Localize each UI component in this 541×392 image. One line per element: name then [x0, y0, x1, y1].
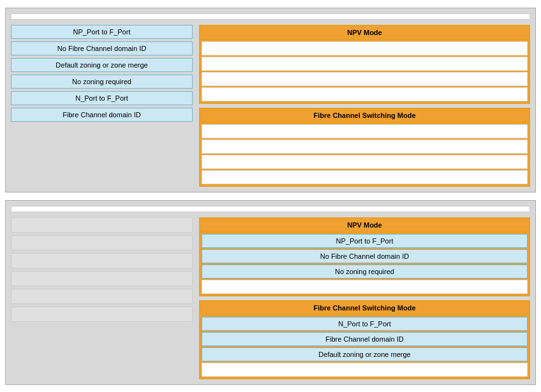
select-and-place-section: NP_Port to F_PortNo Fibre Channel domain…: [5, 8, 536, 192]
correct-drag-item-4: [11, 289, 193, 304]
drop-slot-0-1[interactable]: [202, 57, 528, 71]
correct-drop-slot-0-1[interactable]: No Fibre Channel domain ID: [202, 249, 528, 263]
correct-drop-slot-1-3[interactable]: [202, 363, 528, 377]
left-items-correct: [11, 217, 193, 379]
left-items-select: NP_Port to F_PortNo Fibre Channel domain…: [11, 25, 193, 187]
drag-drop-area: NP_Port to F_PortNo Fibre Channel domain…: [11, 25, 530, 187]
right-panels-select: NPV ModeFibre Channel Switching Mode: [199, 25, 530, 187]
drag-item-5[interactable]: Fibre Channel domain ID: [11, 108, 193, 122]
correct-drag-item-2: [11, 253, 193, 268]
right-panels-correct: NPV ModeNP_Port to F_PortNo Fibre Channe…: [199, 217, 530, 379]
correct-drag-item-1: [11, 235, 193, 250]
drop-slot-0-3[interactable]: [202, 87, 528, 101]
drop-slot-1-2[interactable]: [202, 155, 528, 169]
drop-slot-0-2[interactable]: [202, 72, 528, 86]
correct-drop-slot-0-2[interactable]: No zoning required: [202, 265, 528, 279]
drop-category-1: Fibre Channel Switching Mode: [199, 108, 530, 187]
correct-drop-slots-0: NP_Port to F_PortNo Fibre Channel domain…: [200, 233, 529, 295]
drop-slot-1-0[interactable]: [202, 124, 528, 138]
category-header-1: Fibre Channel Switching Mode: [200, 109, 529, 123]
correct-drop-slot-0-0[interactable]: NP_Port to F_Port: [202, 234, 528, 248]
correct-drag-drop-area: NPV ModeNP_Port to F_PortNo Fibre Channe…: [11, 217, 530, 379]
drop-slots-1: [200, 123, 529, 185]
correct-drop-slot-1-2[interactable]: Default zoning or zone merge: [202, 347, 528, 361]
select-instruction: [11, 13, 530, 20]
correct-category-0: NPV ModeNP_Port to F_PortNo Fibre Channe…: [199, 217, 530, 296]
correct-instruction: [11, 206, 530, 212]
drag-item-0[interactable]: NP_Port to F_Port: [11, 25, 193, 39]
drag-item-4[interactable]: N_Port to F_Port: [11, 91, 193, 105]
correct-drag-item-3: [11, 271, 193, 286]
correct-category-1: Fibre Channel Switching ModeN_Port to F_…: [199, 300, 530, 379]
correct-drop-slot-1-1[interactable]: Fibre Channel domain ID: [202, 332, 528, 346]
drop-category-0: NPV Mode: [199, 25, 530, 104]
drop-slot-0-0[interactable]: [202, 41, 528, 55]
drop-slot-1-3[interactable]: [202, 170, 528, 184]
drag-item-3[interactable]: No zoning required: [11, 75, 193, 89]
correct-drag-item-0: [11, 217, 193, 233]
select-and-place-panel: NP_Port to F_PortNo Fibre Channel domain…: [5, 8, 536, 192]
correct-drop-slot-1-0[interactable]: N_Port to F_Port: [202, 317, 528, 331]
correct-drop-slots-1: N_Port to F_PortFibre Channel domain IDD…: [200, 316, 529, 378]
drop-slots-0: [200, 40, 529, 103]
category-header-0: NPV Mode: [200, 26, 529, 40]
correct-answer-section: NPV ModeNP_Port to F_PortNo Fibre Channe…: [5, 200, 536, 385]
correct-drop-slot-0-3[interactable]: [202, 280, 528, 294]
drop-slot-1-1[interactable]: [202, 140, 528, 154]
drag-item-2[interactable]: Default zoning or zone merge: [11, 58, 193, 72]
drag-item-1[interactable]: No Fibre Channel domain ID: [11, 41, 193, 55]
correct-category-header-0: NPV Mode: [200, 219, 529, 233]
correct-category-header-1: Fibre Channel Switching Mode: [200, 301, 529, 316]
correct-drag-item-5: [11, 307, 193, 322]
correct-answer-panel: NPV ModeNP_Port to F_PortNo Fibre Channe…: [5, 200, 536, 385]
